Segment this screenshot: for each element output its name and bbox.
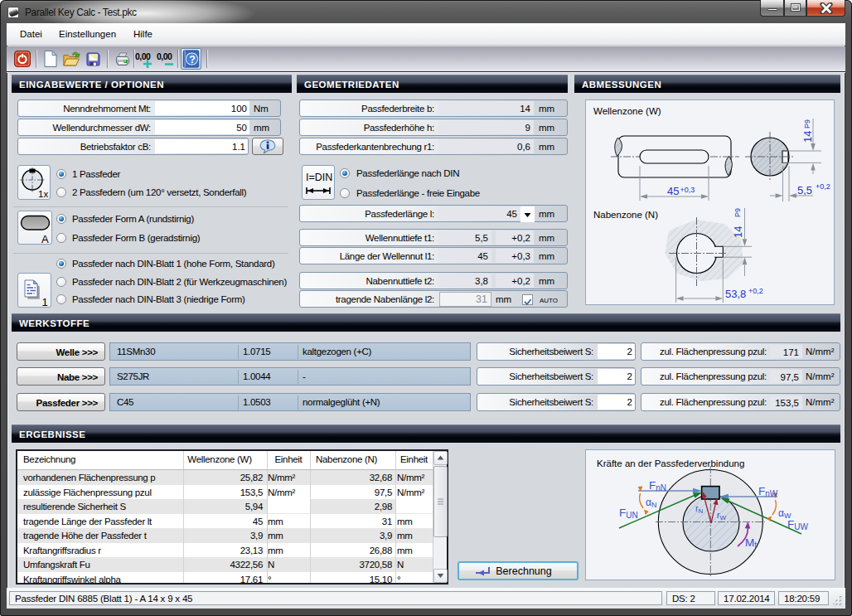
svg-text:1: 1 [42, 296, 48, 308]
svg-text:53,8: 53,8 [725, 288, 746, 300]
svg-text:FnW: FnW [758, 485, 778, 498]
svg-text:1x: 1x [38, 189, 48, 199]
svg-text:αN: αN [646, 497, 656, 509]
svg-text:I=DIN: I=DIN [306, 172, 332, 183]
svg-text:FUW: FUW [787, 518, 808, 531]
svg-text:+0,2: +0,2 [748, 287, 763, 295]
svg-text:14: 14 [801, 131, 814, 143]
svg-text:FUN: FUN [619, 507, 638, 520]
svg-text:P9: P9 [803, 119, 811, 129]
svg-text:Nabenzone (N): Nabenzone (N) [593, 210, 658, 220]
svg-text:+0,3: +0,3 [680, 186, 695, 194]
svg-text:14: 14 [732, 226, 744, 238]
svg-text:P9: P9 [733, 208, 742, 217]
svg-text:45: 45 [667, 185, 679, 197]
svg-text:5,5: 5,5 [797, 184, 812, 196]
svg-text:Kräfte an der Passfederverbind: Kräfte an der Passfederverbindung [597, 458, 744, 468]
svg-text:A: A [41, 233, 49, 245]
svg-text:Wellenzone (W): Wellenzone (W) [593, 106, 661, 116]
svg-text:αW: αW [778, 507, 791, 520]
svg-text:?: ? [189, 54, 196, 65]
svg-text:FnN: FnN [649, 479, 666, 492]
svg-text:+0,2: +0,2 [816, 182, 830, 191]
